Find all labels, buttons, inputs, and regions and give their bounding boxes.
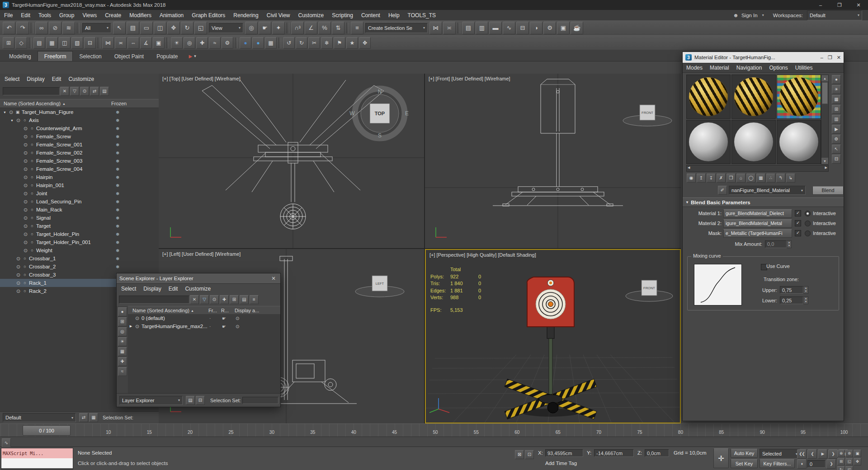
menu-select[interactable]: Select — [118, 285, 140, 293]
columns-icon[interactable]: ▦ — [89, 413, 98, 422]
zoom-extents-icon[interactable]: ▣ — [854, 450, 861, 457]
key-mode-button[interactable]: ♦ — [797, 459, 807, 469]
visibility-eye-icon[interactable]: ⊙ — [22, 142, 29, 148]
material-slot[interactable] — [777, 75, 821, 119]
material-slot[interactable] — [777, 120, 821, 164]
visibility-eye-icon[interactable]: ⊙ — [15, 272, 22, 278]
minimize-button[interactable]: – — [821, 55, 823, 61]
tree-row-female-screw-001[interactable]: ⊙○Female_Screw_001❅ — [0, 141, 159, 149]
visibility-eye-icon[interactable]: ⊙ — [22, 231, 29, 237]
pick-layer-icon[interactable]: ≡ — [250, 295, 259, 304]
expander-icon[interactable]: ▶ — [128, 324, 134, 328]
menu-edit[interactable]: Edit — [48, 75, 65, 83]
name-column-header[interactable]: Name (Sorted Ascending) — [0, 101, 61, 106]
angle-snap-icon[interactable]: ∠ — [305, 22, 317, 34]
material-sample-icon[interactable]: ● — [240, 37, 251, 49]
edit-named-selections-icon[interactable]: ≡ — [351, 22, 363, 34]
menu-navigation[interactable]: Navigation — [733, 64, 766, 72]
tab-selection[interactable]: Selection — [73, 52, 108, 61]
material-id-icon[interactable]: ◯ — [746, 174, 755, 183]
sync-icon[interactable]: ⇄ — [79, 413, 88, 422]
display-geometry-icon[interactable]: ⊞ — [118, 317, 127, 326]
viewcube-face-label[interactable]: TOP — [375, 111, 385, 116]
material-slot-button[interactable]: gure_BlendMaterial_Dielect — [723, 209, 792, 218]
close-icon[interactable]: ✕ — [269, 275, 278, 282]
workspaces-dropdown[interactable]: Default ▾ — [807, 10, 862, 20]
array-tool-icon[interactable]: ▣ — [153, 37, 165, 49]
menu-customize[interactable]: Customize — [294, 11, 328, 20]
visibility-eye-icon[interactable]: ⊙ — [22, 199, 29, 205]
pan-icon[interactable]: ✥ — [854, 458, 861, 465]
tree-row-target-human-figure[interactable]: ▼⊙▣Target_Human_Figure❅ — [0, 108, 159, 116]
viewcube-face-label[interactable]: FRONT — [642, 111, 653, 115]
get-material-icon[interactable]: ◉ — [687, 174, 696, 183]
layer-manager-icon[interactable]: ▦ — [46, 37, 58, 49]
mirror-tool-icon[interactable]: ⋈ — [102, 37, 114, 49]
material-slot[interactable] — [686, 120, 731, 164]
enable-checkbox[interactable]: ✓ — [795, 230, 801, 236]
make-unique-icon[interactable]: ❐ — [726, 174, 736, 183]
selection-filter-dropdown[interactable]: All▾ — [82, 23, 111, 33]
cut-tool-icon[interactable]: ✂ — [308, 37, 320, 49]
visibility-eye-icon[interactable]: ⊙ — [15, 264, 22, 270]
material-type-button[interactable]: Blend — [812, 186, 844, 195]
timeline-ruler[interactable]: 0510152025303540455055606570758085909510… — [0, 424, 868, 437]
compass-north[interactable]: N — [378, 89, 382, 95]
menu-animation[interactable]: Animation — [156, 11, 188, 20]
align-icon[interactable]: ≍ — [443, 22, 456, 34]
tree-row-crossbar-1[interactable]: ⊙○Crossbar_1❅ — [0, 254, 159, 263]
menu-material[interactable]: Material — [706, 64, 733, 72]
select-and-manipulate-icon[interactable]: ☛ — [259, 22, 271, 34]
scroll-right-icon[interactable]: ▶ — [825, 166, 827, 169]
previous-frame-button[interactable]: ❮ — [807, 449, 817, 459]
display-lights-icon[interactable]: ☀ — [118, 337, 127, 346]
rectangular-selection-icon[interactable]: ▭ — [140, 22, 153, 34]
ribbon-minimize-icon[interactable]: ▾ — [194, 54, 196, 58]
offset-mode-button[interactable]: ⊡ — [525, 450, 534, 459]
mirror-icon[interactable]: ⋈ — [429, 22, 442, 34]
menu-utilities[interactable]: Utilities — [792, 64, 816, 72]
sync-selection-icon[interactable]: ⇄ — [90, 87, 99, 96]
pick-material-icon[interactable]: ✐ — [718, 186, 727, 195]
explorer-mode-dropdown[interactable]: Layer Explorer ▾ — [119, 396, 183, 405]
set-keys-button[interactable]: ✛ — [713, 448, 729, 468]
tree-row-female-screw-002[interactable]: ⊙○Female_Screw_002❅ — [0, 149, 159, 157]
selection-set-filter-dropdown[interactable]: Selected▾ — [760, 449, 800, 459]
compass-west[interactable]: W — [349, 110, 355, 117]
dock-explorer-icon[interactable]: ⊟ — [196, 396, 205, 405]
render-cell[interactable]: ☛ — [222, 316, 226, 321]
upper-spinner[interactable] — [803, 286, 808, 294]
tree-row-signal[interactable]: ⊙○Signal❅ — [0, 214, 159, 222]
enable-checkbox[interactable]: ✓ — [795, 210, 801, 216]
uvw-map-icon[interactable]: ▦ — [265, 37, 277, 49]
light-create-icon[interactable]: ☀ — [171, 37, 183, 49]
x-coordinate-field[interactable]: 93,4595cm — [545, 449, 583, 457]
material-map-navigator-icon[interactable]: ⊟ — [832, 155, 841, 164]
close-button[interactable]: ✕ — [837, 55, 841, 61]
filter-funnel-icon[interactable]: ▽ — [70, 87, 79, 96]
visibility-eye-icon[interactable]: ⊙ — [22, 174, 29, 180]
visibility-eye-icon[interactable]: ⊙ — [22, 134, 29, 140]
display-column-header[interactable]: Display a... — [235, 308, 259, 313]
use-pivot-point-icon[interactable]: ◎ — [245, 22, 258, 34]
transform-tool-icon[interactable]: ✥ — [359, 37, 371, 49]
sample-vertical-scrollbar[interactable]: ▲ ▼ — [821, 75, 829, 164]
zoom-icon[interactable]: ⊕ — [837, 450, 845, 457]
zoom-extents-all-icon[interactable]: ⊞ — [837, 458, 845, 465]
reference-coordinate-dropdown[interactable]: View▾ — [209, 23, 243, 33]
scroll-thumb[interactable] — [822, 82, 828, 104]
lower-field[interactable]: 0,25 — [780, 296, 803, 304]
lock-explorer-icon[interactable]: ⊙ — [210, 295, 219, 304]
tree-row-female-screw-003[interactable]: ⊙○Female_Screw_003❅ — [0, 157, 159, 165]
sample-tiling-icon[interactable]: ⊞ — [832, 105, 841, 114]
clear-search-icon[interactable]: ✕ — [60, 87, 69, 96]
material-editor-icon[interactable]: ◑ — [530, 22, 542, 34]
tab-modeling[interactable]: Modeling — [3, 52, 38, 61]
menu-display[interactable]: Display — [140, 285, 165, 293]
display-shapes-icon[interactable]: ◎ — [118, 327, 127, 336]
menu-customize[interactable]: Customize — [181, 285, 214, 293]
render-cell[interactable]: ☛ — [222, 324, 226, 329]
visibility-eye-icon[interactable]: ⊙ — [22, 158, 29, 164]
interactive-radio[interactable] — [805, 230, 811, 236]
select-object-icon[interactable]: ↖ — [113, 22, 126, 34]
